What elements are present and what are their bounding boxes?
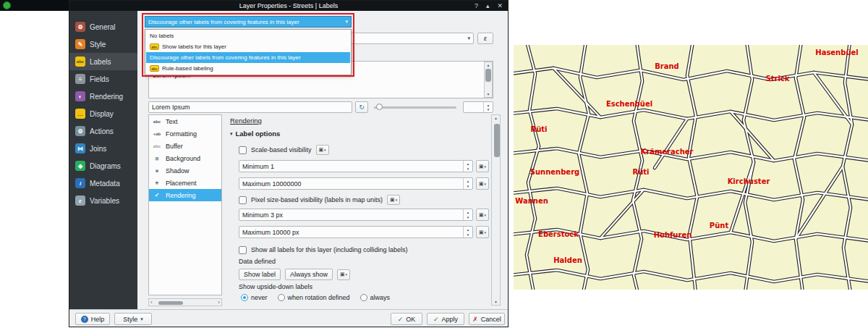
maximize-icon[interactable]: ▴: [486, 2, 490, 9]
tab-text[interactable]: abcText: [149, 115, 221, 127]
option-show-labels[interactable]: abcShow labels for this layer: [146, 41, 350, 52]
app-launcher-icon[interactable]: [3, 1, 11, 9]
spinbox-value: Minimum 3 px: [242, 211, 283, 219]
scroll-down-icon[interactable]: ▼: [487, 92, 490, 96]
panel-scrollbar[interactable]: ▲ ▼: [491, 114, 501, 306]
sidebar-item-metadata[interactable]: iMetadata: [69, 174, 137, 192]
tab-buffer[interactable]: abcBuffer: [149, 140, 221, 152]
data-defined-button[interactable]: ▣▾: [337, 269, 350, 280]
sidebar-item-fields[interactable]: ≡Fields: [69, 70, 137, 88]
sidebar-item-actions[interactable]: ⚙Actions: [69, 122, 137, 140]
data-defined-section-label: Data defined: [239, 258, 276, 265]
pixel-visibility-checkbox[interactable]: [239, 196, 247, 204]
tab-background[interactable]: ■Background: [149, 152, 221, 164]
expression-builder-button[interactable]: ε: [477, 33, 493, 44]
radio-icon: [278, 294, 285, 301]
rendering-check-icon: ✓: [152, 192, 162, 198]
slider-handle[interactable]: [376, 104, 383, 110]
ok-button[interactable]: ✓OK: [391, 313, 422, 325]
formatting-icon: +ab: [152, 132, 162, 136]
maximum-scale-spinbox[interactable]: Maximum 10000000 ▴▾: [239, 177, 473, 190]
tab-formatting[interactable]: +abFormatting: [149, 127, 221, 140]
sidebar-item-style[interactable]: ✎Style: [69, 35, 137, 53]
always-show-button[interactable]: Always show: [285, 269, 333, 280]
font-size-spinbox[interactable]: ▴▾: [463, 101, 493, 113]
option-no-labels[interactable]: No labels: [146, 30, 350, 41]
spin-arrows-icon[interactable]: ▴▾: [463, 209, 472, 220]
help-button[interactable]: ?Help: [75, 313, 110, 325]
data-defined-button[interactable]: ▣▾: [476, 160, 489, 172]
scrollbar-thumb[interactable]: [158, 301, 183, 305]
screen: Layer Properties - Streets | Labels ? ▴ …: [0, 0, 868, 328]
sidebar-item-variables[interactable]: εVariables: [69, 192, 137, 209]
spin-arrows-icon[interactable]: ▴▾: [463, 161, 472, 172]
scroll-right-icon[interactable]: ›: [218, 299, 220, 306]
maximum-pixels-spinbox[interactable]: Maximum 10000 px ▴▾: [239, 226, 473, 238]
sidebar-item-display[interactable]: …Display: [69, 105, 137, 122]
labels-icon: abc: [75, 56, 85, 67]
scroll-up-icon[interactable]: ▲: [494, 116, 498, 120]
show-label-button[interactable]: Show label: [239, 269, 281, 280]
data-defined-button[interactable]: ▣▾: [476, 226, 489, 238]
map-canvas[interactable]: Hasenbüel Brand Strick Eschenbüel Rüti K…: [514, 45, 868, 290]
data-defined-icon: ▣: [318, 147, 323, 153]
sidebar-item-diagrams[interactable]: ◆Diagrams: [69, 157, 137, 174]
font-size-slider[interactable]: [373, 101, 458, 113]
apply-button[interactable]: ✓Apply: [427, 313, 464, 325]
collapse-icon[interactable]: ▾: [230, 131, 233, 137]
data-defined-button[interactable]: ▣▾: [316, 145, 329, 155]
spin-arrows-icon[interactable]: ▴▾: [483, 102, 493, 112]
actions-icon: ⚙: [75, 126, 85, 136]
scroll-down-icon[interactable]: ▼: [494, 300, 498, 304]
map-label: Hasenbüel: [815, 49, 858, 56]
option-rule-based[interactable]: abcRule-based labeling: [146, 63, 350, 74]
scale-visibility-row: Scale-based visibility ▣▾: [239, 145, 329, 155]
option-discourage-covering[interactable]: Discourage other labels from covering fe…: [146, 52, 350, 63]
scroll-up-icon[interactable]: ▲: [487, 63, 490, 67]
dialog-title: Layer Properties - Streets | Labels: [239, 2, 338, 9]
label-mode-combobox[interactable]: Discourage other labels from covering fe…: [145, 16, 352, 28]
tab-shadow[interactable]: ●Shadow: [149, 164, 221, 177]
scrollbar-thumb[interactable]: [494, 124, 500, 157]
style-menu-button[interactable]: Style▾: [114, 313, 152, 325]
map-label: Kirchuster: [728, 177, 770, 185]
sample-text-input[interactable]: [148, 101, 352, 113]
diagrams-icon: ◆: [75, 161, 85, 171]
sidebar-item-joins[interactable]: ⋈Joins: [69, 140, 137, 157]
sidebar-item-rendering[interactable]: ◐Rendering: [69, 88, 137, 105]
sidebar-item-general[interactable]: ⚙General: [69, 18, 137, 35]
radio-always[interactable]: always: [360, 294, 391, 301]
spin-arrows-icon[interactable]: ▴▾: [463, 227, 472, 237]
radio-never[interactable]: never: [241, 294, 268, 301]
close-icon[interactable]: ✕: [497, 2, 503, 9]
joins-icon: ⋈: [75, 143, 85, 154]
cancel-button[interactable]: ✗Cancel: [469, 313, 505, 325]
tab-rendering[interactable]: ✓Rendering: [149, 189, 221, 201]
minimum-scale-spinbox[interactable]: Minimum 1 ▴▾: [239, 160, 473, 172]
data-defined-button[interactable]: ▣▾: [387, 195, 400, 205]
scale-visibility-checkbox[interactable]: [239, 146, 247, 154]
tab-label: Shadow: [166, 167, 190, 174]
data-defined-button[interactable]: ▣▾: [476, 209, 489, 221]
preview-scrollbar[interactable]: ▲ ▼: [484, 62, 493, 98]
radio-when-rotation-defined[interactable]: when rotation defined: [278, 294, 350, 301]
show-all-labels-checkbox[interactable]: [239, 246, 247, 254]
scroll-left-icon[interactable]: ‹: [150, 299, 153, 306]
minimum-pixels-spinbox[interactable]: Minimum 3 px ▴▾: [239, 209, 473, 221]
label-options-group[interactable]: ▾ Label options: [230, 130, 280, 138]
scrollbar-thumb[interactable]: [485, 69, 491, 82]
data-defined-button[interactable]: ▣▾: [476, 177, 489, 190]
sample-reset-button[interactable]: ↻: [355, 101, 368, 113]
dialog-titlebar[interactable]: Layer Properties - Streets | Labels ? ▴ …: [69, 0, 508, 11]
tab-placement[interactable]: +Placement: [149, 177, 221, 189]
data-defined-buttons-row: Show label Always show ▣▾: [239, 269, 350, 280]
apply-button-label: Apply: [442, 316, 459, 323]
tabs-scrollbar[interactable]: ‹ ›: [148, 298, 222, 306]
sidebar-item-labels[interactable]: abcLabels: [69, 53, 137, 70]
sidebar-item-label: Variables: [90, 197, 119, 205]
help-window-icon[interactable]: ?: [475, 2, 478, 9]
background-icon: ■: [152, 155, 162, 162]
spin-arrows-icon[interactable]: ▴▾: [463, 178, 472, 189]
map-label: Halden: [553, 256, 582, 264]
tab-label: Buffer: [166, 143, 183, 150]
